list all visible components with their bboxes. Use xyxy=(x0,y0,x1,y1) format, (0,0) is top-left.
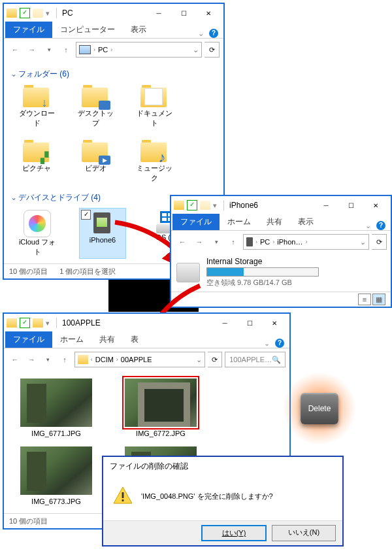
recent-dropdown[interactable]: ▾ xyxy=(209,235,223,249)
help-icon[interactable]: ? xyxy=(209,29,218,38)
address-dropdown-icon[interactable]: ⌄ xyxy=(360,238,366,246)
storage-drive-icon xyxy=(176,263,200,282)
up-button[interactable]: ↑ xyxy=(226,235,240,249)
tab-file[interactable]: ファイル xyxy=(5,331,52,348)
window-iphone: ✓ ▾ iPhone6 ─ ☐ ✕ ファイル ホーム 共有 表示 ⌄ ? ← →… xyxy=(170,195,392,308)
delete-confirm-dialog: ファイルの削除の確認 'IMG_0048.PNG' を完全に削除しますか? はい… xyxy=(102,456,344,547)
folder-music[interactable]: ♪ ミュージック xyxy=(135,140,174,183)
tab-view[interactable]: 表 xyxy=(123,331,146,348)
search-placeholder: 100APPLE… xyxy=(229,356,272,363)
folder-downloads[interactable]: ↓ ダウンロード xyxy=(17,85,56,128)
selection-checkbox[interactable]: ✓ xyxy=(81,210,91,220)
up-button[interactable]: ↑ xyxy=(57,352,71,367)
status-selection: 1 個の項目を選択 xyxy=(59,267,116,277)
qat-folder-icon[interactable] xyxy=(200,201,210,210)
breadcrumb-dcim[interactable]: DCIM xyxy=(95,356,114,363)
forward-button[interactable]: → xyxy=(192,235,206,249)
tab-share[interactable]: 共有 xyxy=(259,214,290,230)
close-button[interactable]: ✕ xyxy=(196,5,221,21)
maximize-button[interactable]: ☐ xyxy=(171,5,196,21)
minimize-button[interactable]: ─ xyxy=(212,315,237,331)
qat-dropdown-icon[interactable]: ▾ xyxy=(46,319,50,328)
drive-label: iPhone6 xyxy=(90,236,116,244)
warning-icon xyxy=(112,485,133,507)
storage-item[interactable]: Internal Storage 空き領域 9.78 GB/14.7 GB xyxy=(171,253,391,292)
ribbon-expand-icon[interactable]: ⌄ xyxy=(365,222,371,230)
address-dropdown-icon[interactable]: ⌄ xyxy=(196,356,202,364)
phone-icon xyxy=(91,210,114,236)
ribbon-tabs: ファイル コンピューター 表示 ⌄ ? xyxy=(4,22,223,39)
forward-button[interactable]: → xyxy=(24,352,38,367)
refresh-button[interactable]: ⟳ xyxy=(208,352,222,367)
view-details-button[interactable]: ≡ xyxy=(358,294,371,305)
folder-desktop[interactable]: デスクトップ xyxy=(76,85,115,128)
breadcrumb-iphone[interactable]: iPhon… xyxy=(277,238,302,246)
folder-videos[interactable]: ▶ ビデオ xyxy=(76,140,115,183)
close-button[interactable]: ✕ xyxy=(262,315,287,331)
separator xyxy=(223,200,224,210)
phone-small-icon xyxy=(246,237,253,246)
tab-share[interactable]: 共有 xyxy=(91,331,123,348)
qat-check-icon[interactable]: ✓ xyxy=(20,318,30,328)
tab-home[interactable]: ホーム xyxy=(220,214,259,230)
group-folders-header[interactable]: ⌄フォルダー (6) xyxy=(10,69,217,80)
search-input[interactable]: 100APPLE… 🔍 xyxy=(225,352,286,367)
folder-pictures[interactable]: ▞ ピクチャ xyxy=(17,140,56,183)
folder-small-icon xyxy=(78,355,88,364)
qat-folder-icon[interactable] xyxy=(33,8,43,18)
minimize-button[interactable]: ─ xyxy=(146,5,171,21)
folder-documents[interactable]: ドキュメント xyxy=(135,85,174,128)
no-button[interactable]: いいえ(N) xyxy=(272,525,336,541)
refresh-button[interactable]: ⟳ xyxy=(204,42,220,58)
status-item-count: 10 個の項目 xyxy=(9,267,48,277)
image-item-6771[interactable]: IMG_6771.JPG xyxy=(17,378,95,437)
ribbon-expand-icon[interactable]: ⌄ xyxy=(198,29,204,38)
delete-key-graphic: Delete xyxy=(284,373,355,445)
breadcrumb-pc[interactable]: PC xyxy=(260,238,270,246)
qat-check-icon[interactable]: ✓ xyxy=(20,8,30,18)
tab-home[interactable]: ホーム xyxy=(52,331,91,348)
recent-dropdown[interactable]: ▾ xyxy=(42,42,56,57)
help-icon[interactable]: ? xyxy=(376,221,385,230)
folder-label: ダウンロード xyxy=(17,109,56,128)
qat-dropdown-icon[interactable]: ▾ xyxy=(213,201,217,210)
close-button[interactable]: ✕ xyxy=(363,197,388,213)
address-bar[interactable]: ‹ DCIM › 00APPLE ⌄ xyxy=(74,352,205,367)
qat-dropdown-icon[interactable]: ▾ xyxy=(46,9,50,18)
icloud-photos-icon xyxy=(24,210,51,237)
back-button[interactable]: ← xyxy=(8,352,22,367)
view-icons-button[interactable]: ▦ xyxy=(372,294,385,305)
image-item-6772[interactable]: IMG_6772.JPG xyxy=(122,378,200,437)
tab-view[interactable]: 表示 xyxy=(290,214,321,230)
qat-folder-icon[interactable] xyxy=(33,318,43,328)
nav-toolbar: ← → ▾ ↑ › PC › iPhon… › ⌄ ⟳ xyxy=(171,231,391,253)
forward-button[interactable]: → xyxy=(25,42,39,57)
minimize-button[interactable]: ─ xyxy=(314,197,338,213)
drive-iphone6[interactable]: ✓ iPhone6 xyxy=(80,209,125,258)
maximize-button[interactable]: ☐ xyxy=(338,197,363,213)
tab-file[interactable]: ファイル xyxy=(172,214,220,230)
recent-dropdown[interactable]: ▾ xyxy=(41,352,55,367)
address-dropdown-icon[interactable]: ⌄ xyxy=(193,46,199,54)
up-button[interactable]: ↑ xyxy=(59,42,73,57)
qat-check-icon[interactable]: ✓ xyxy=(187,200,197,210)
back-button[interactable]: ← xyxy=(175,235,189,249)
tab-file[interactable]: ファイル xyxy=(5,22,52,38)
maximize-button[interactable]: ☐ xyxy=(237,315,262,331)
yes-button[interactable]: はい(Y) xyxy=(201,525,267,541)
dialog-title: ファイルの削除の確認 xyxy=(103,457,342,476)
desktop-icon xyxy=(99,101,110,110)
help-icon[interactable]: ? xyxy=(275,339,284,348)
drive-icloud-photos[interactable]: iCloud フォト xyxy=(14,209,60,258)
back-button[interactable]: ← xyxy=(8,42,22,57)
address-bar[interactable]: › PC › iPhon… › ⌄ xyxy=(243,234,369,250)
image-item-6773[interactable]: IMG_6773.JPG xyxy=(17,446,95,505)
address-bar[interactable]: › PC › ⌄ xyxy=(76,42,202,58)
breadcrumb-100apple[interactable]: 00APPLE xyxy=(121,356,152,363)
tab-view[interactable]: 表示 xyxy=(123,22,154,38)
ribbon-expand-icon[interactable]: ⌄ xyxy=(264,339,270,348)
refresh-button[interactable]: ⟳ xyxy=(372,234,387,250)
tab-computer[interactable]: コンピューター xyxy=(52,22,123,38)
separator xyxy=(56,318,57,328)
breadcrumb-pc[interactable]: PC xyxy=(98,46,108,54)
